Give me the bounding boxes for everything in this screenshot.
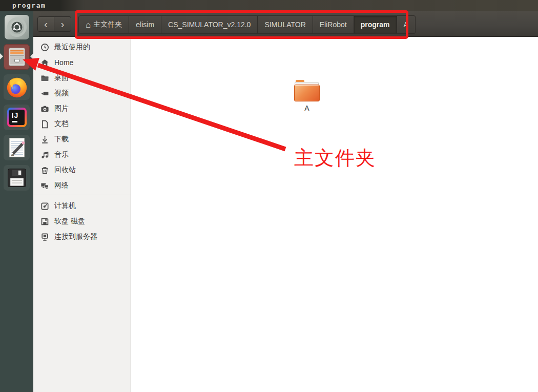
breadcrumb-a[interactable]: A	[397, 15, 416, 34]
home-icon: ⌂	[86, 20, 91, 29]
document-icon	[40, 120, 49, 129]
sidebar-item-trash[interactable]: 回收站	[33, 162, 131, 178]
firefox-glyph	[5, 75, 29, 99]
sidebar-label: 回收站	[54, 166, 76, 175]
ubuntu-dash-icon[interactable]	[4, 14, 30, 40]
intellij-glyph: IJ	[7, 108, 27, 127]
nav-buttons: ‹ ›	[37, 16, 71, 32]
desktop: program ‹ › ⌂ 主文件夹 elisim CS_SIMULATOR_v…	[0, 0, 538, 392]
sidebar-label: 桌面	[54, 73, 69, 82]
intellij-letters: IJ	[12, 111, 19, 119]
floppy-glyph	[6, 167, 28, 189]
sidebar-item-recent[interactable]: 最近使用的	[33, 39, 131, 55]
breadcrumb-program-current[interactable]: program	[354, 15, 397, 34]
sidebar-separator	[33, 195, 131, 195]
breadcrumb-elirobot[interactable]: EliRobot	[313, 15, 354, 34]
sidebar-label: 下载	[54, 135, 69, 144]
desktop-folder-icon	[40, 74, 49, 82]
ubuntu-dash-glyph	[5, 15, 29, 39]
download-icon	[40, 135, 49, 144]
sidebar-label: 最近使用的	[54, 43, 90, 52]
network-icon	[40, 181, 49, 190]
server-icon	[40, 233, 49, 241]
computer-disk-icon	[40, 202, 49, 211]
home-icon	[40, 58, 49, 67]
breadcrumb-simulator[interactable]: SIMULATOR	[258, 15, 313, 34]
breadcrumb: ⌂ 主文件夹 elisim CS_SIMULATOR_v2.12.0 SIMUL…	[78, 15, 416, 34]
music-icon	[40, 151, 49, 159]
sidebar-label: 计算机	[54, 201, 76, 211]
text-editor-icon[interactable]	[4, 135, 30, 160]
clock-icon	[40, 43, 49, 52]
sidebar-item-downloads[interactable]: 下载	[33, 132, 131, 147]
breadcrumb-elisim[interactable]: elisim	[129, 15, 161, 34]
forward-button[interactable]: ›	[54, 16, 71, 32]
sidebar-label: 音乐	[54, 150, 69, 159]
sidebar-label: 图片	[54, 104, 69, 113]
sidebar-item-home[interactable]: Home	[33, 55, 131, 70]
trash-icon	[40, 166, 49, 175]
floppy-icon	[40, 217, 49, 226]
sidebar-item-music[interactable]: 音乐	[33, 147, 131, 162]
file-cabinet-glyph	[6, 46, 28, 68]
sidebar-item-network[interactable]: 网络	[33, 178, 131, 193]
floppy-archive-icon[interactable]	[4, 165, 30, 191]
sidebar-label: 文档	[54, 119, 69, 129]
back-button[interactable]: ‹	[37, 16, 54, 32]
video-icon	[40, 89, 49, 98]
folder-item-label: A	[288, 104, 325, 112]
camera-icon	[40, 105, 49, 113]
intellij-icon[interactable]: IJ	[4, 105, 30, 130]
file-manager-toolbar: ‹ › ⌂ 主文件夹 elisim CS_SIMULATOR_v2.12.0 S…	[33, 11, 538, 37]
sidebar-label: 连接到服务器	[54, 232, 97, 241]
launcher-dock: IJ	[0, 11, 33, 392]
sidebar-item-connect-server[interactable]: 连接到服务器	[33, 229, 131, 244]
window-title: program	[12, 2, 46, 9]
sidebar-label: 网络	[54, 181, 69, 190]
folder-icon	[294, 80, 320, 101]
sidebar-item-desktop[interactable]: 桌面	[33, 70, 131, 86]
breadcrumb-cs-simulator[interactable]: CS_SIMULATOR_v2.12.0	[161, 15, 258, 34]
sidebar-item-floppy[interactable]: 软盘 磁盘	[33, 214, 131, 229]
running-indicator	[0, 53, 3, 59]
sidebar-item-documents[interactable]: 文档	[33, 116, 131, 132]
sidebar-label: Home	[54, 58, 73, 67]
sidebar-item-pictures[interactable]: 图片	[33, 101, 131, 116]
file-view: A	[132, 37, 538, 392]
folder-item-a[interactable]: A	[288, 80, 325, 112]
sidebar-label: 视频	[54, 89, 69, 98]
firefox-icon[interactable]	[4, 74, 30, 100]
sidebar-label: 软盘 磁盘	[54, 217, 85, 226]
breadcrumb-label: 主文件夹	[93, 20, 122, 29]
places-sidebar: 最近使用的 Home 桌面 视频	[33, 37, 131, 392]
notepad-pencil-glyph	[6, 136, 28, 159]
top-panel: program	[0, 0, 538, 11]
intellij-underscore	[12, 121, 17, 122]
sidebar-item-computer[interactable]: 计算机	[33, 198, 131, 214]
breadcrumb-home[interactable]: ⌂ 主文件夹	[78, 15, 129, 34]
sidebar-item-videos[interactable]: 视频	[33, 86, 131, 101]
files-icon[interactable]	[4, 44, 30, 70]
